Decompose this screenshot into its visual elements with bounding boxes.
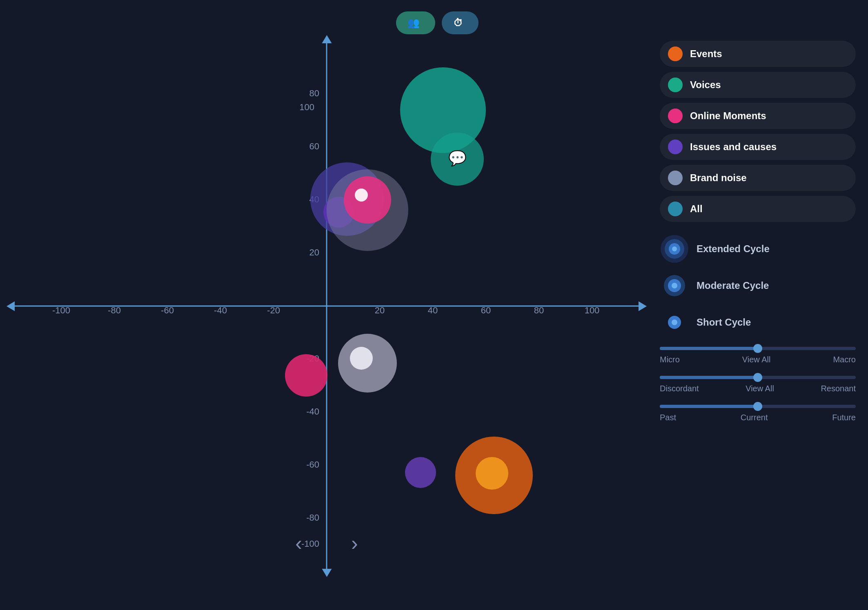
issues-dot: [668, 140, 683, 154]
moderate-cycle-icon: [660, 271, 689, 300]
resonant-label-slider: Resonant: [821, 384, 856, 393]
micro-macro-slider-row: Micro View All Macro: [660, 347, 856, 364]
x-axis-left-arrow: [7, 301, 15, 311]
past-future-track: [660, 405, 856, 408]
next-arrow[interactable]: ›: [351, 531, 358, 555]
issues-label: Issues and causes: [690, 141, 777, 153]
voices-dot: [668, 78, 683, 92]
cycle-legend: Extended Cycle Moderate Cycle Short Cyc: [660, 234, 856, 337]
future-label: Future: [832, 413, 856, 422]
micro-macro-track: [660, 347, 856, 350]
extended-cycle-label: Extended Cycle: [697, 243, 770, 255]
all-dot: [668, 202, 683, 216]
extended-cycle-icon: [660, 234, 689, 264]
discordant-resonant-slider-row: Discordant View All Resonant: [660, 376, 856, 393]
legend-item-voices[interactable]: Voices: [660, 72, 856, 98]
micro-macro-right: Macro: [833, 355, 856, 364]
svg-point-3: [672, 246, 677, 251]
short-cycle-icon: [660, 308, 689, 337]
past-future-thumb[interactable]: [753, 402, 762, 411]
y-axis-down-arrow: [322, 569, 332, 577]
micro-macro-left: Micro: [660, 355, 680, 364]
discordant-resonant-labels: Discordant View All Resonant: [660, 384, 856, 393]
micro-macro-center: View All: [742, 355, 771, 364]
discordant-resonant-fill: [660, 376, 758, 379]
past-label: Past: [660, 413, 676, 422]
voices-label: Voices: [690, 79, 721, 91]
events-label: Events: [690, 48, 722, 60]
age-filter-button[interactable]: ⏱: [442, 11, 479, 34]
community-icon: 👥: [407, 17, 420, 29]
past-future-fill: [660, 405, 758, 408]
events-dot: [668, 47, 683, 61]
cycle-item-short[interactable]: Short Cycle: [660, 308, 856, 337]
x-axis-right-arrow: [639, 301, 647, 311]
category-legend: Events Voices Online Moments Issues and …: [660, 41, 856, 222]
legend-item-events[interactable]: Events: [660, 41, 856, 67]
age-icon: ⏱: [453, 17, 463, 29]
brand-dot: [668, 171, 683, 185]
slider-section: Micro View All Macro Discordant View All…: [660, 347, 856, 422]
past-future-slider-row: Past Current Future: [660, 405, 856, 422]
discordant-resonant-thumb[interactable]: [753, 373, 762, 382]
discordant-resonant-track: [660, 376, 856, 379]
online-label: Online Moments: [690, 110, 766, 122]
prev-arrow[interactable]: ‹: [295, 531, 302, 555]
past-future-labels: Past Current Future: [660, 413, 856, 422]
chart-area: ‹ ›: [12, 41, 641, 571]
right-panel: Events Voices Online Moments Issues and …: [660, 41, 856, 434]
svg-point-6: [672, 283, 677, 288]
community-filter-button[interactable]: 👥: [396, 11, 435, 34]
online-dot: [668, 109, 683, 123]
legend-item-all[interactable]: All: [660, 196, 856, 222]
legend-item-issues[interactable]: Issues and causes: [660, 134, 856, 160]
y-axis-up-arrow: [322, 35, 332, 43]
micro-macro-thumb[interactable]: [753, 344, 762, 353]
svg-point-8: [672, 319, 677, 325]
current-label: Current: [741, 413, 768, 422]
moderate-cycle-label: Moderate Cycle: [697, 280, 769, 291]
filter-bar: 👥 ⏱: [389, 11, 479, 34]
legend-item-brand[interactable]: Brand noise: [660, 165, 856, 191]
all-label: All: [690, 203, 703, 215]
discordant-label-slider: Discordant: [660, 384, 699, 393]
brand-label: Brand noise: [690, 172, 747, 184]
bottom-nav: ‹ ›: [12, 531, 641, 555]
cycle-item-extended[interactable]: Extended Cycle: [660, 234, 856, 264]
micro-macro-labels: Micro View All Macro: [660, 355, 856, 364]
cycle-item-moderate[interactable]: Moderate Cycle: [660, 271, 856, 300]
legend-item-online[interactable]: Online Moments: [660, 103, 856, 129]
view-all-label: View All: [746, 384, 774, 393]
micro-macro-fill: [660, 347, 758, 350]
short-cycle-label: Short Cycle: [697, 317, 751, 328]
y-axis: [326, 41, 327, 571]
